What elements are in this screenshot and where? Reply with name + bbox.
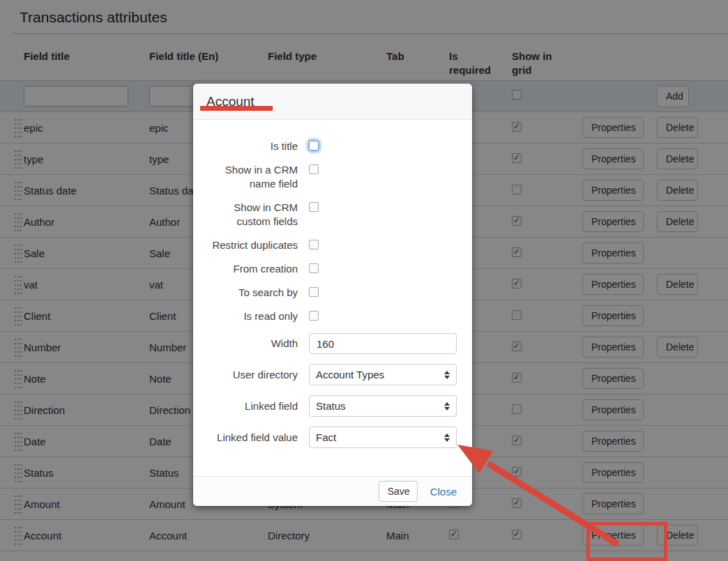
close-button[interactable]: Close <box>429 483 458 500</box>
modal-checkbox-is-read-only[interactable] <box>309 311 319 321</box>
modal-checkbox-row: To search by <box>208 286 457 300</box>
modal-checkbox-label: From creation <box>208 262 298 276</box>
account-properties-modal: Account Is titleShow in a CRM name field… <box>193 84 472 506</box>
select-stepper-icon <box>444 402 450 410</box>
modal-field-row: User directoryAccount Types <box>208 364 457 385</box>
modal-field-label: Linked field <box>208 399 298 413</box>
modal-checkbox-restrict-duplicates[interactable] <box>309 240 319 249</box>
modal-checkbox-row: Is read only <box>208 309 457 323</box>
modal-footer: Save Close <box>193 476 472 506</box>
save-button[interactable]: Save <box>379 481 418 502</box>
modal-field-label: Linked field value <box>208 431 298 445</box>
modal-field-label: Width <box>208 337 298 351</box>
selected-value: Status <box>316 400 444 412</box>
modal-field-row: Linked fieldStatus <box>208 395 457 417</box>
modal-checkbox-label: To search by <box>208 286 298 300</box>
selected-value: Fact <box>316 431 444 443</box>
modal-checkbox-label: Show in a CRM name field <box>208 163 298 191</box>
linked-field-select[interactable]: Status <box>309 395 457 417</box>
modal-checkbox-is-title[interactable] <box>309 141 319 151</box>
modal-checkbox-label: Is title <box>208 139 298 153</box>
modal-checkbox-from-creation[interactable] <box>309 263 319 273</box>
modal-checkbox-label: Restrict duplicates <box>208 238 298 252</box>
modal-header: Account <box>193 84 472 120</box>
modal-checkbox-show-in-a-crm-name-field[interactable] <box>309 164 319 174</box>
modal-checkbox-row: Restrict duplicates <box>208 238 457 252</box>
modal-checkbox-label: Show in CRM custom fields <box>208 201 298 229</box>
width-input[interactable] <box>309 333 457 354</box>
select-stepper-icon <box>444 371 450 379</box>
modal-title: Account <box>206 94 255 109</box>
selected-value: Account Types <box>316 369 444 381</box>
linked-field-value-select[interactable]: Fact <box>309 426 457 448</box>
user-directory-select[interactable]: Account Types <box>309 364 457 385</box>
modal-checkbox-to-search-by[interactable] <box>309 287 319 297</box>
modal-checkbox-row: Show in CRM custom fields <box>208 201 457 229</box>
modal-body: Is titleShow in a CRM name fieldShow in … <box>193 120 472 476</box>
modal-field-label: User directory <box>208 368 298 382</box>
modal-checkbox-row: Is title <box>208 139 457 153</box>
modal-checkbox-row: Show in a CRM name field <box>208 163 457 191</box>
modal-field-row: Linked field valueFact <box>208 426 457 448</box>
modal-checkbox-row: From creation <box>208 262 457 276</box>
select-stepper-icon <box>444 433 450 442</box>
modal-field-row: Width <box>208 333 457 354</box>
modal-checkbox-show-in-crm-custom-fields[interactable] <box>309 202 319 212</box>
modal-checkbox-label: Is read only <box>208 309 298 323</box>
